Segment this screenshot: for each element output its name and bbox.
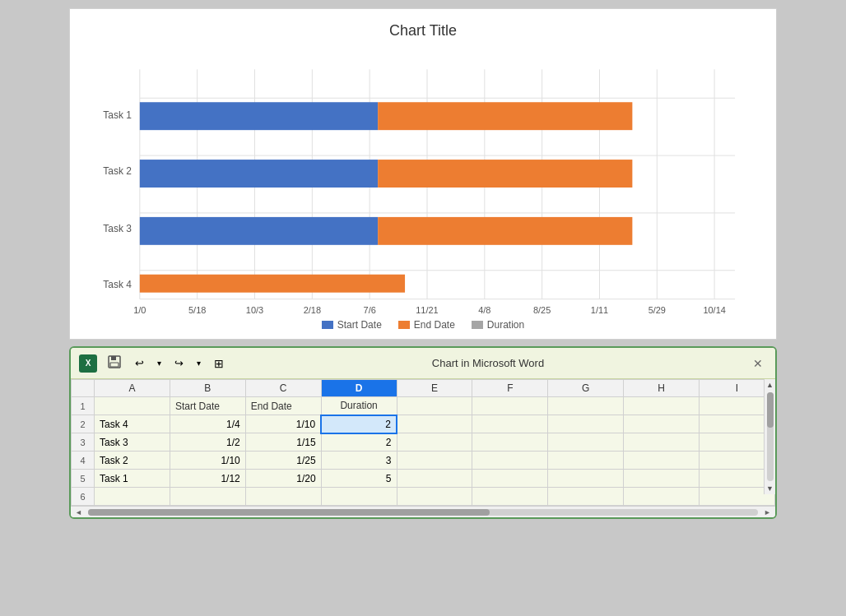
chart-container: Task 1 Task 2 Task 3 Task 4: [86, 53, 760, 316]
cell-1d[interactable]: Duration: [321, 397, 397, 415]
row-num-6: 6: [72, 488, 95, 506]
cell-4c[interactable]: 1/25: [245, 452, 321, 470]
cell-5c[interactable]: 1/20: [245, 470, 321, 488]
col-c-header: C: [245, 380, 321, 397]
cell-4h[interactable]: [624, 452, 700, 470]
row-6: 6: [72, 488, 775, 506]
cell-2d-selected[interactable]: 2: [321, 415, 397, 433]
cell-5g[interactable]: [548, 470, 624, 488]
cell-6h[interactable]: [624, 488, 700, 506]
legend-start-date-label: Start Date: [337, 319, 382, 331]
scroll-right-arrow[interactable]: ►: [761, 507, 774, 517]
excel-dialog: X ↩ ▾ ↪ ▾ ⊞ Chart in Microsoft Word: [69, 346, 777, 519]
dialog-titlebar: X ↩ ▾ ↪ ▾ ⊞ Chart in Microsoft Word: [71, 348, 775, 379]
cell-2f[interactable]: [472, 415, 548, 433]
cell-6g[interactable]: [548, 488, 624, 506]
cell-4d[interactable]: 3: [321, 452, 397, 470]
col-header-row: A B C D E F G H I: [72, 380, 775, 397]
horizontal-scrollbar[interactable]: ◄ ►: [71, 506, 775, 517]
svg-text:5/18: 5/18: [188, 305, 206, 315]
cell-1f[interactable]: [472, 397, 548, 415]
col-d-header: D: [321, 380, 397, 397]
excel-icon: X: [79, 354, 97, 373]
cell-3e[interactable]: [397, 433, 472, 452]
cell-3b[interactable]: 1/2: [170, 433, 245, 452]
svg-rect-28: [111, 356, 116, 360]
cell-4e[interactable]: [397, 452, 472, 470]
cell-1c[interactable]: End Date: [245, 397, 321, 415]
row-3: 3 Task 3 1/2 1/15 2: [72, 433, 775, 452]
task-label-1: Task 1: [103, 109, 132, 121]
undo-button[interactable]: ↩: [132, 355, 147, 371]
cell-2a[interactable]: Task 4: [95, 415, 170, 433]
dialog-title: Chart in Microsoft Word: [234, 357, 742, 369]
cell-6f[interactable]: [472, 488, 548, 506]
close-button[interactable]: ✕: [749, 354, 767, 373]
task4-bar: [140, 275, 405, 293]
cell-3g[interactable]: [548, 433, 624, 452]
row-4: 4 Task 2 1/10 1/25 3: [72, 452, 775, 470]
cell-3f[interactable]: [472, 433, 548, 452]
col-e-header: E: [397, 380, 472, 397]
cell-2h[interactable]: [624, 415, 700, 433]
cell-6a[interactable]: [95, 488, 170, 506]
table-icon: ⊞: [214, 357, 224, 370]
corner-cell: [72, 380, 95, 397]
cell-2g[interactable]: [548, 415, 624, 433]
scroll-up-arrow[interactable]: ▲: [765, 379, 775, 391]
scroll-left-arrow[interactable]: ◄: [72, 507, 85, 517]
cell-1a[interactable]: [95, 397, 170, 415]
cell-4b[interactable]: 1/10: [170, 452, 245, 470]
cell-4g[interactable]: [548, 452, 624, 470]
col-a-header: A: [95, 380, 170, 397]
table-button[interactable]: ⊞: [211, 355, 227, 372]
undo-dropdown[interactable]: ▾: [154, 357, 165, 369]
task2-start-bar: [140, 160, 378, 188]
scroll-down-arrow[interactable]: ▼: [765, 483, 775, 494]
cell-2e[interactable]: [397, 415, 472, 433]
svg-text:8/25: 8/25: [533, 305, 551, 315]
svg-text:10/3: 10/3: [246, 305, 263, 315]
row-1: 1 Start Date End Date Duration: [72, 397, 775, 415]
cell-5e[interactable]: [397, 470, 472, 488]
scroll-thumb-v[interactable]: [767, 392, 774, 428]
row-5: 5 Task 1 1/12 1/20 5: [72, 470, 775, 488]
cell-5f[interactable]: [472, 470, 548, 488]
cell-3a[interactable]: Task 3: [95, 433, 170, 452]
cell-3c[interactable]: 1/15: [245, 433, 321, 452]
cell-1e[interactable]: [397, 397, 472, 415]
cell-3h[interactable]: [624, 433, 700, 452]
cell-4f[interactable]: [472, 452, 548, 470]
cell-5h[interactable]: [624, 470, 700, 488]
row-num-1: 1: [72, 397, 95, 415]
task1-end-bar: [378, 102, 632, 130]
task2-end-bar: [378, 160, 632, 188]
vertical-scrollbar[interactable]: ▲ ▼: [764, 379, 775, 494]
cell-4a[interactable]: Task 2: [95, 452, 170, 470]
cell-1g[interactable]: [548, 397, 624, 415]
cell-6d[interactable]: [321, 488, 397, 506]
cell-5d[interactable]: 5: [321, 470, 397, 488]
chart-title: Chart Title: [86, 17, 760, 44]
col-f-header: F: [472, 380, 548, 397]
cell-3d[interactable]: 2: [321, 433, 397, 452]
cell-1h[interactable]: [624, 397, 700, 415]
redo-button[interactable]: ↪: [171, 355, 187, 371]
undo-icon: ↩: [135, 357, 144, 369]
cell-6e[interactable]: [397, 488, 472, 506]
redo-icon: ↪: [174, 357, 184, 369]
cell-1b[interactable]: Start Date: [170, 397, 245, 415]
cell-5a[interactable]: Task 1: [95, 470, 170, 488]
redo-dropdown[interactable]: ▾: [193, 357, 204, 369]
cell-5b[interactable]: 1/12: [170, 470, 245, 488]
task1-start-bar: [140, 102, 378, 130]
cell-6b[interactable]: [170, 488, 245, 506]
cell-2b[interactable]: 1/4: [170, 415, 245, 433]
svg-text:5/29: 5/29: [648, 305, 666, 315]
cell-6c[interactable]: [245, 488, 321, 506]
svg-text:1/0: 1/0: [133, 305, 146, 315]
task-label-3: Task 3: [103, 223, 132, 234]
save-button[interactable]: [104, 353, 125, 373]
cell-2c[interactable]: 1/10: [245, 415, 321, 433]
scroll-thumb-h[interactable]: [88, 509, 490, 516]
